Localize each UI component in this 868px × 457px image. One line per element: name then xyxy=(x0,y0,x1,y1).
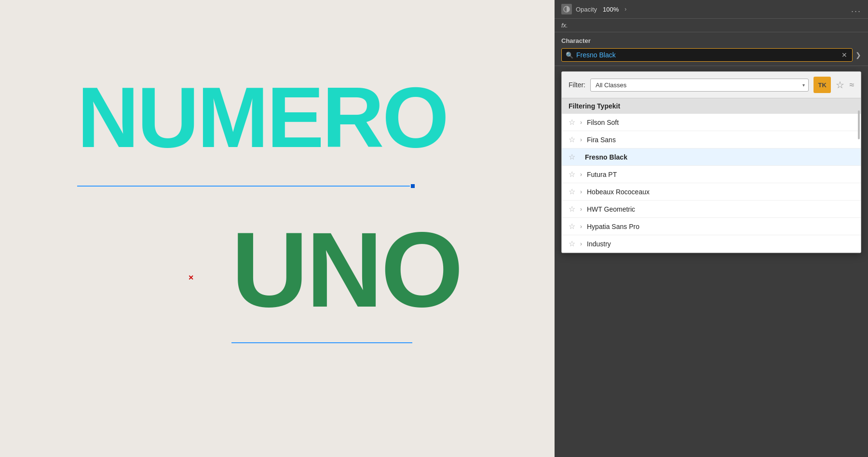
font-star-icon[interactable]: ☆ xyxy=(569,152,575,161)
canvas-anchor-numero xyxy=(411,184,415,188)
opacity-label: Opacity xyxy=(576,6,597,13)
font-star-icon[interactable]: ☆ xyxy=(569,239,575,248)
character-section: Character 🔍 Fresno Black ✕ ❯ xyxy=(555,32,868,66)
fx-bar: fx. xyxy=(555,19,868,32)
fx-label: fx. xyxy=(561,22,568,29)
canvas-underline-numero xyxy=(77,186,410,187)
canvas-text-numero[interactable]: NUMERO xyxy=(77,75,447,161)
font-star-icon[interactable]: ☆ xyxy=(569,170,575,179)
star-filter-button[interactable]: ☆ xyxy=(836,79,844,91)
canvas-area: NUMERO UNO ✕ xyxy=(0,0,555,457)
canvas-text-uno[interactable]: UNO xyxy=(231,217,461,323)
clear-search-button[interactable]: ✕ xyxy=(841,51,848,59)
font-list-item[interactable]: ☆›Fira Sans xyxy=(562,131,861,148)
font-name-label: Industry xyxy=(587,240,854,248)
font-list-item[interactable]: ☆›Futura PT xyxy=(562,166,861,183)
font-list-item[interactable]: ☆Fresno Black xyxy=(562,148,861,166)
opacity-arrow-icon[interactable]: › xyxy=(624,6,626,13)
typekit-filter-button[interactable]: TK xyxy=(814,77,831,93)
font-star-icon[interactable]: ☆ xyxy=(569,204,575,214)
font-expand-icon[interactable]: › xyxy=(580,223,582,230)
search-icon: 🔍 xyxy=(566,52,573,59)
font-name-label: Futura PT xyxy=(587,171,854,178)
canvas-underline-uno xyxy=(231,342,412,343)
font-list-item[interactable]: ☆›Hobeaux Rococeaux xyxy=(562,183,861,201)
typekit-label: TK xyxy=(818,81,826,89)
filter-label: Filter: xyxy=(569,81,585,89)
font-name-label: Hobeaux Rococeaux xyxy=(587,188,854,196)
font-list-item[interactable]: ☆›Hypatia Sans Pro xyxy=(562,218,861,235)
font-expand-icon[interactable]: › xyxy=(580,206,582,213)
font-star-icon[interactable]: ☆ xyxy=(569,222,575,231)
font-name-label: Hypatia Sans Pro xyxy=(587,223,854,230)
font-search-value[interactable]: Fresno Black xyxy=(576,51,838,59)
font-name-label: Fira Sans xyxy=(587,136,854,144)
font-star-icon[interactable]: ☆ xyxy=(569,135,575,144)
more-options-button[interactable]: ... xyxy=(851,4,861,14)
filter-class-select[interactable]: All Classes Serif Sans-Serif Display Han… xyxy=(590,79,809,92)
opacity-icon xyxy=(561,4,572,14)
font-expand-icon[interactable]: › xyxy=(580,188,582,195)
red-cross-marker: ✕ xyxy=(188,274,194,282)
font-name-label: HWT Geometric xyxy=(587,205,854,213)
font-search-box[interactable]: 🔍 Fresno Black ✕ xyxy=(561,48,853,62)
font-list-item[interactable]: ☆›HWT Geometric xyxy=(562,201,861,218)
font-search-row: 🔍 Fresno Black ✕ ❯ xyxy=(561,48,861,62)
font-expand-icon[interactable]: › xyxy=(580,241,582,247)
font-expand-icon[interactable]: › xyxy=(580,136,582,143)
filtering-typekit-header: Filtering Typekit xyxy=(562,98,861,114)
font-list-item[interactable]: ☆›Industry xyxy=(562,235,861,253)
right-panel: Opacity 100% › ... fx. Character 🔍 Fresn… xyxy=(555,0,868,457)
font-expand-icon[interactable]: › xyxy=(580,171,582,178)
font-dropdown-panel: Filter: All Classes Serif Sans-Serif Dis… xyxy=(561,71,861,253)
font-expand-icon[interactable]: › xyxy=(580,119,582,126)
opacity-bar: Opacity 100% › ... xyxy=(555,0,868,19)
character-section-label: Character xyxy=(561,37,861,44)
font-name-label: Fresno Black xyxy=(585,153,854,161)
opacity-value[interactable]: 100% xyxy=(603,6,619,13)
font-star-icon[interactable]: ☆ xyxy=(569,187,575,196)
font-list-item[interactable]: ☆›Filson Soft xyxy=(562,114,861,131)
filter-select-wrapper: All Classes Serif Sans-Serif Display Han… xyxy=(590,79,809,92)
font-name-label: Filson Soft xyxy=(587,119,854,126)
filter-row: Filter: All Classes Serif Sans-Serif Dis… xyxy=(562,72,861,98)
font-list: ☆›Filson Soft☆›Fira Sans☆Fresno Black☆›F… xyxy=(562,114,861,253)
font-star-icon[interactable]: ☆ xyxy=(569,118,575,127)
similar-filter-button[interactable]: ≈ xyxy=(849,80,854,90)
font-dropdown-arrow-button[interactable]: ❯ xyxy=(855,51,861,59)
